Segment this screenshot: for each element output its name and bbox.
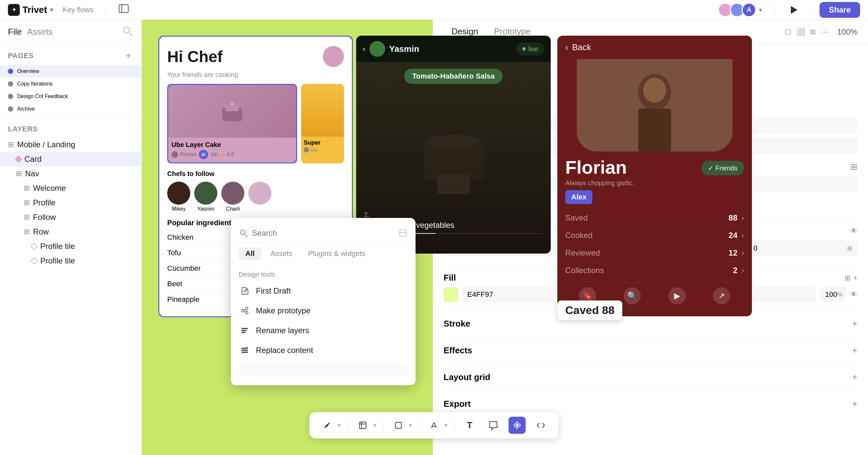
friends-cooking-text: Your friends are cooking [167, 71, 344, 79]
shape-tool-dropdown-icon[interactable]: ▾ [409, 422, 412, 429]
fill-color-swatch[interactable] [443, 287, 458, 302]
menu-item-first-draft[interactable]: First Draft [231, 281, 415, 301]
zoom-level[interactable]: 100% [837, 27, 858, 37]
export-add-button[interactable]: + [852, 399, 858, 409]
page-dot-crit [8, 94, 13, 99]
author-avatar-mia [304, 147, 309, 152]
context-tab-assets[interactable]: Assets [264, 247, 299, 260]
subtitle: Key flows [63, 6, 94, 14]
chef-charli: Charli [221, 181, 244, 212]
panel-toggle-button[interactable] [118, 3, 132, 17]
app-logo: ✦ Trivet ▾ [8, 4, 54, 16]
layer-profile[interactable]: ⊞ Profile [0, 196, 142, 210]
component-tool-button[interactable] [508, 417, 526, 434]
layer-follow[interactable]: ⊞ Follow [0, 210, 142, 225]
chef-mikey: Mikey [167, 181, 190, 212]
page-item-overview[interactable]: Overview [0, 65, 142, 78]
frame-tool-dropdown-icon[interactable]: ▾ [373, 422, 376, 429]
page-item-archive[interactable]: Archive [0, 103, 142, 115]
menu-item-replace-content[interactable]: Replace content [231, 340, 415, 360]
layer-label-profile-tile-1: Profile tile [40, 242, 75, 251]
project-name: Trivet [23, 5, 47, 15]
copy-icon[interactable]: ⧉ [810, 28, 815, 36]
layer-profile-tile-2[interactable]: Profile tile [0, 254, 142, 268]
action-search-icon[interactable]: 🔍 [624, 287, 641, 305]
vector-tool-button[interactable] [426, 417, 442, 434]
action-share-icon[interactable]: ↗ [713, 287, 730, 305]
svg-rect-12 [638, 109, 671, 151]
video-header: ‹ Yasmin live [356, 36, 551, 62]
svg-line-4 [129, 32, 132, 36]
layer-diamond-outline-1 [31, 243, 38, 250]
effects-add-button[interactable]: + [852, 345, 858, 356]
pen-tool-button[interactable] [318, 417, 336, 434]
stroke-header: Stroke + [443, 318, 858, 329]
avatar-3: A [742, 3, 756, 17]
fill-opacity-field[interactable]: 100 % [820, 287, 846, 302]
clip-mode-icon[interactable]: ⬜ [796, 28, 805, 36]
menu-item-make-prototype[interactable]: Make prototype [231, 301, 415, 321]
page-item-copy-iterations[interactable]: Copy Iterations [0, 78, 142, 90]
play-button[interactable] [786, 3, 801, 17]
chef-mikey-avatar [167, 181, 190, 205]
layer-profile-tile-1[interactable]: Profile tile [0, 239, 142, 254]
live-badge: live [517, 42, 544, 55]
profile-name-row: Florian ✓ Friends [565, 158, 744, 177]
context-search-input[interactable] [252, 228, 395, 238]
frame-tool-button[interactable] [354, 417, 371, 434]
layer-grid-icon-nav: ⊞ [16, 169, 22, 178]
add-page-button[interactable]: + [123, 51, 133, 61]
shape-tool-button[interactable] [390, 417, 407, 434]
layer-welcome[interactable]: ⊞ Welcome [0, 181, 142, 196]
fill-grid-icon[interactable]: ⊞ [845, 274, 850, 282]
file-tab[interactable]: File [8, 27, 22, 37]
layout-expand-icon[interactable]: ⊞ [850, 162, 858, 172]
more-icon[interactable]: ⋯ [821, 28, 828, 36]
export-title: Export [443, 399, 471, 409]
stat-saved: Saved 88 › [565, 209, 744, 227]
svg-point-7 [230, 102, 234, 106]
context-bottom-input[interactable] [239, 363, 408, 376]
appearance-visibility-icon[interactable]: 👁 [850, 227, 858, 235]
star-icon: ★ [220, 151, 225, 158]
pen-tool-dropdown-icon[interactable]: ▾ [338, 422, 341, 429]
share-button[interactable]: Share [819, 2, 860, 18]
context-tab-plugins[interactable]: Plugins & widgets [302, 247, 372, 260]
avatar-dropdown[interactable]: ▾ [759, 6, 762, 14]
project-dropdown-icon[interactable]: ▾ [50, 6, 54, 14]
fill-opacity-value: 100 [825, 290, 837, 299]
svg-point-35 [516, 424, 519, 427]
recipe-1-rating: 4.8 [226, 151, 234, 158]
recipe-1-author2: kin [211, 151, 218, 158]
fill-visibility-icon[interactable]: 👁 [850, 290, 858, 299]
code-tool-button[interactable] [532, 417, 550, 434]
layer-row[interactable]: ⊞ Row [0, 225, 142, 239]
corner-more-icon[interactable]: ⊞ [847, 245, 852, 252]
menu-item-rename-layers-label: Rename layers [256, 326, 309, 335]
menu-item-rename-layers[interactable]: Rename layers [231, 321, 415, 340]
search-icon[interactable] [122, 25, 133, 38]
fill-mode-icon[interactable]: ⬡ [784, 28, 791, 36]
layer-nav[interactable]: ⊞ Nav [0, 166, 142, 181]
context-menu-tabs: All Assets Plugins & widgets [231, 243, 415, 264]
layer-mobile-landing[interactable]: ⊞ Mobile / Landing [0, 137, 142, 152]
layer-card[interactable]: Card [0, 152, 142, 166]
svg-rect-34 [395, 422, 401, 428]
text-tool-button[interactable]: T [461, 417, 478, 434]
app-icon: ✦ [8, 4, 20, 16]
stroke-add-button[interactable]: + [852, 318, 858, 329]
context-tab-all[interactable]: All [239, 247, 261, 260]
fill-add-icon[interactable]: + [853, 274, 858, 282]
layout-grid-add-button[interactable]: + [852, 372, 858, 382]
assets-tab[interactable]: Assets [27, 27, 53, 37]
ingredient-tofu-name: Tofu [167, 249, 181, 257]
layer-label-profile-tile-2: Profile tile [40, 256, 75, 265]
page-item-design-crit[interactable]: Design Crit Feedback [0, 90, 142, 103]
card-handle-br [294, 161, 297, 164]
left-sidebar: File Assets Pages + Overview Copy Iterat… [0, 20, 142, 455]
vector-tool-dropdown-icon[interactable]: ▾ [444, 422, 447, 429]
stroke-title: Stroke [443, 319, 470, 329]
friends-button[interactable]: ✓ Friends [702, 161, 744, 175]
comment-tool-button[interactable] [485, 417, 502, 434]
action-play-icon[interactable]: ▶ [669, 287, 686, 305]
